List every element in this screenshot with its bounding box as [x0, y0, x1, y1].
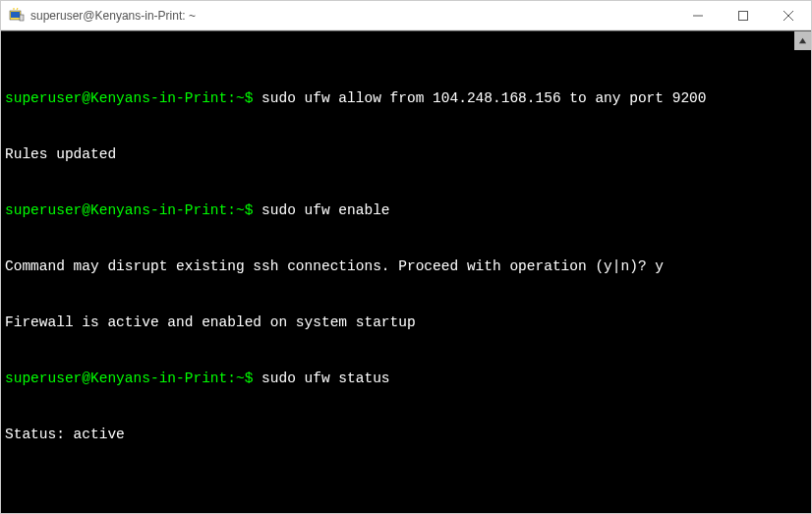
terminal-line: superuser@Kenyans-in-Print:~$ sudo ufw s… [5, 370, 807, 388]
svg-line-4 [17, 8, 18, 10]
close-button[interactable] [766, 1, 811, 29]
titlebar[interactable]: superuser@Kenyans-in-Print: ~ [1, 1, 811, 30]
terminal-line: Firewall is active and enabled on system… [5, 314, 807, 332]
command-text: sudo ufw enable [261, 202, 390, 218]
command-text: sudo ufw allow from 104.248.168.156 to a… [261, 90, 706, 106]
window-controls [675, 1, 811, 29]
minimize-button[interactable] [675, 1, 721, 29]
scroll-up-icon[interactable] [794, 31, 811, 50]
putty-icon [9, 8, 25, 24]
svg-rect-1 [11, 12, 20, 18]
maximize-button[interactable] [721, 1, 766, 29]
svg-marker-9 [799, 38, 806, 43]
terminal-window: superuser@Kenyans-in-Print: ~ superuser@… [0, 0, 812, 514]
terminal-line: Command may disrupt existing ssh connect… [5, 257, 807, 276]
svg-rect-6 [739, 11, 748, 20]
terminal-line: Rules updated [5, 145, 807, 164]
terminal-line: superuser@Kenyans-in-Print:~$ sudo ufw e… [5, 201, 807, 220]
command-text: sudo ufw status [261, 371, 390, 386]
svg-rect-2 [20, 15, 24, 21]
terminal-line: superuser@Kenyans-in-Print:~$ sudo ufw a… [5, 89, 807, 108]
window-title: superuser@Kenyans-in-Print: ~ [30, 9, 675, 23]
terminal-body[interactable]: superuser@Kenyans-in-Print:~$ sudo ufw a… [1, 30, 811, 513]
terminal-line: Status: active [5, 426, 807, 444]
prompt: superuser@Kenyans-in-Print:~$ [5, 371, 261, 386]
prompt: superuser@Kenyans-in-Print:~$ [5, 202, 261, 218]
prompt: superuser@Kenyans-in-Print:~$ [5, 90, 261, 106]
